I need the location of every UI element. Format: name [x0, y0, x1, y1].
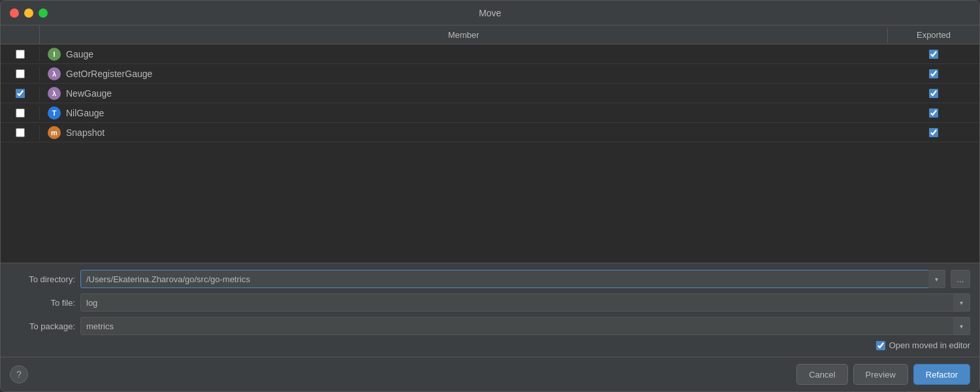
- member-column-header: Member: [40, 27, 888, 42]
- dialog-title: Move: [479, 8, 501, 18]
- open-moved-checkbox[interactable]: [876, 341, 885, 350]
- refactor-button[interactable]: Refactor: [913, 364, 970, 385]
- exported-column-header: Exported: [888, 27, 979, 42]
- window-controls: [10, 8, 48, 18]
- bottom-left: ?: [10, 365, 28, 384]
- to-package-input[interactable]: [80, 317, 970, 335]
- table-row: λ NewGauge: [1, 84, 979, 103]
- row-4-exported-checkbox[interactable]: [929, 108, 938, 118]
- row-3-exported-cell: [888, 89, 979, 98]
- title-bar: Move: [1, 1, 979, 25]
- to-package-input-wrapper: ▾: [80, 317, 970, 335]
- to-directory-row: To directory: ▾ ...: [10, 270, 970, 288]
- table-row: λ GetOrRegisterGauge: [1, 64, 979, 84]
- table-row: m Snapshot: [1, 123, 979, 142]
- to-directory-dropdown-button[interactable]: ▾: [928, 270, 945, 288]
- row-4-exported-cell: [888, 108, 979, 118]
- gauge-name: Gauge: [66, 49, 93, 59]
- row-4-checkbox[interactable]: [16, 108, 25, 118]
- browse-button[interactable]: ...: [951, 270, 970, 288]
- form-area: To directory: ▾ ... To file: ▾ To packag…: [1, 263, 979, 357]
- bottom-bar: ? Cancel Preview Refactor: [1, 357, 979, 391]
- minimize-button[interactable]: [24, 8, 33, 18]
- row-3-exported-checkbox[interactable]: [929, 89, 938, 98]
- newgauge-name: NewGauge: [66, 88, 112, 99]
- checkbox-column-header: [1, 25, 40, 44]
- table-body: I Gauge λ GetOrRegisterGauge: [1, 44, 979, 263]
- row-3-member-cell: λ NewGauge: [40, 84, 888, 103]
- row-2-exported-cell: [888, 69, 979, 78]
- to-directory-input[interactable]: [80, 270, 945, 288]
- row-3-checkbox[interactable]: [16, 89, 25, 98]
- to-file-label: To file:: [10, 298, 75, 308]
- snapshot-icon: m: [48, 126, 61, 139]
- getorregistergauge-icon: λ: [48, 67, 61, 80]
- members-table: Member Exported I Gauge: [1, 25, 979, 263]
- row-2-checkbox[interactable]: [16, 69, 25, 78]
- table-header: Member Exported: [1, 25, 979, 44]
- maximize-button[interactable]: [39, 8, 48, 18]
- nilgauge-icon: T: [48, 106, 61, 120]
- nilgauge-name: NilGauge: [66, 108, 104, 118]
- row-1-member-cell: I Gauge: [40, 45, 888, 63]
- to-package-label: To package:: [10, 321, 75, 331]
- close-button[interactable]: [10, 8, 19, 18]
- move-dialog: Move Member Exported I Gauge: [0, 0, 980, 392]
- newgauge-icon: λ: [48, 87, 61, 100]
- to-file-input-wrapper: ▾: [80, 293, 970, 312]
- row-5-exported-checkbox[interactable]: [929, 128, 938, 137]
- row-checkbox-cell: [1, 86, 40, 101]
- to-package-row: To package: ▾: [10, 317, 970, 335]
- row-1-exported-checkbox[interactable]: [929, 50, 938, 59]
- row-checkbox-cell: [1, 106, 40, 120]
- getorregistergauge-name: GetOrRegisterGauge: [66, 69, 152, 79]
- row-5-checkbox[interactable]: [16, 128, 25, 137]
- table-row: I Gauge: [1, 44, 979, 64]
- help-button[interactable]: ?: [10, 365, 28, 384]
- row-1-checkbox[interactable]: [16, 50, 25, 59]
- row-2-exported-checkbox[interactable]: [929, 69, 938, 78]
- row-5-member-cell: m Snapshot: [40, 123, 888, 142]
- row-4-member-cell: T NilGauge: [40, 104, 888, 122]
- to-directory-label: To directory:: [10, 274, 75, 284]
- preview-button[interactable]: Preview: [853, 364, 908, 385]
- to-file-row: To file: ▾: [10, 293, 970, 312]
- row-checkbox-cell: [1, 67, 40, 81]
- to-file-dropdown-button[interactable]: ▾: [953, 293, 970, 312]
- row-checkbox-cell: [1, 125, 40, 140]
- row-checkbox-cell: [1, 47, 40, 61]
- to-package-dropdown-button[interactable]: ▾: [953, 317, 970, 335]
- cancel-button[interactable]: Cancel: [796, 364, 847, 385]
- open-moved-row: Open moved in editor: [10, 340, 970, 350]
- bottom-right: Cancel Preview Refactor: [796, 364, 970, 385]
- to-file-input[interactable]: [80, 293, 970, 312]
- to-directory-input-wrapper: ▾: [80, 270, 945, 288]
- row-1-exported-cell: [888, 50, 979, 59]
- snapshot-name: Snapshot: [66, 127, 105, 138]
- row-5-exported-cell: [888, 128, 979, 137]
- open-moved-text: Open moved in editor: [889, 340, 970, 350]
- open-moved-label: Open moved in editor: [876, 340, 970, 350]
- table-row: T NilGauge: [1, 103, 979, 123]
- row-2-member-cell: λ GetOrRegisterGauge: [40, 65, 888, 83]
- gauge-icon: I: [48, 48, 61, 61]
